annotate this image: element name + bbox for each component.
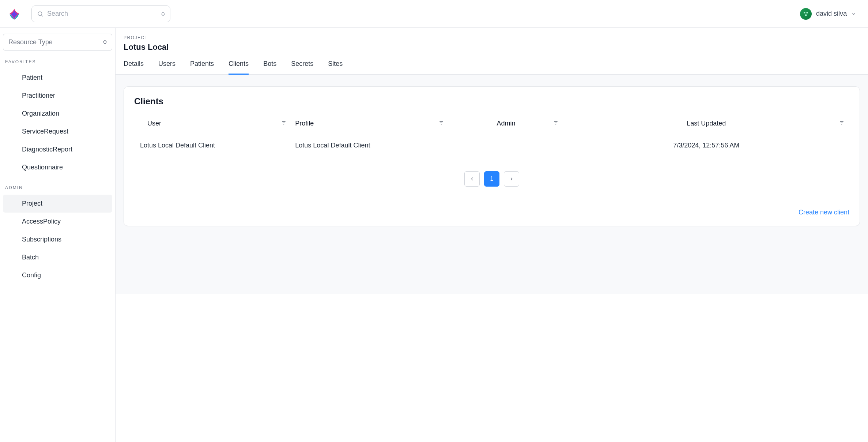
svg-rect-4 xyxy=(805,14,807,16)
filter-icon[interactable] xyxy=(553,120,558,126)
topbar: david silva xyxy=(0,0,868,28)
global-search[interactable] xyxy=(31,5,170,22)
section-label-favorites: FAVORITES xyxy=(3,57,112,69)
search-icon xyxy=(37,11,44,17)
clients-table: User Profile xyxy=(134,115,849,157)
card-title: Clients xyxy=(134,96,849,106)
cell-user: Lotus Local Default Client xyxy=(134,134,291,157)
column-header-lastupdated: Last Updated xyxy=(687,120,726,127)
section-label-admin: ADMIN xyxy=(3,183,112,195)
column-header-admin: Admin xyxy=(497,120,516,127)
sidebar-item-servicerequest[interactable]: ServiceRequest xyxy=(3,123,112,141)
search-input[interactable] xyxy=(47,10,161,18)
updown-icon xyxy=(103,40,107,44)
sidebar-item-accesspolicy[interactable]: AccessPolicy xyxy=(3,213,112,231)
sidebar-item-subscriptions[interactable]: Subscriptions xyxy=(3,231,112,248)
user-name: david silva xyxy=(816,10,847,18)
page-number-button[interactable]: 1 xyxy=(484,171,499,187)
updown-icon xyxy=(161,12,165,16)
tab-secrets[interactable]: Secrets xyxy=(291,60,313,75)
page-next-button[interactable] xyxy=(504,171,519,187)
resource-type-select[interactable]: Resource Type xyxy=(3,34,112,50)
avatar xyxy=(800,8,812,20)
svg-rect-3 xyxy=(806,12,808,14)
svg-point-0 xyxy=(38,12,42,16)
sidebar-item-practitioner[interactable]: Practitioner xyxy=(3,87,112,105)
tab-users[interactable]: Users xyxy=(158,60,176,75)
svg-rect-2 xyxy=(804,12,805,14)
filter-icon[interactable] xyxy=(281,120,286,126)
chevron-left-icon xyxy=(469,176,475,181)
cell-admin xyxy=(449,134,563,157)
column-header-user: User xyxy=(147,120,161,127)
tab-clients[interactable]: Clients xyxy=(229,60,249,75)
chevron-down-icon xyxy=(851,11,856,16)
sidebar: Resource Type FAVORITES Patient Practiti… xyxy=(0,28,116,442)
cell-profile: Lotus Local Default Client xyxy=(291,134,449,157)
sidebar-item-config[interactable]: Config xyxy=(3,266,112,284)
page-eyebrow: PROJECT xyxy=(124,35,860,40)
sidebar-item-patient[interactable]: Patient xyxy=(3,69,112,87)
sidebar-item-organization[interactable]: Organization xyxy=(3,105,112,123)
resource-type-placeholder: Resource Type xyxy=(8,38,53,46)
page-title: Lotus Local xyxy=(124,42,860,52)
create-new-client-link[interactable]: Create new client xyxy=(799,209,849,216)
filter-icon[interactable] xyxy=(839,120,844,126)
column-header-profile: Profile xyxy=(295,120,314,127)
sidebar-item-questionnaire[interactable]: Questionnaire xyxy=(3,158,112,176)
filter-icon[interactable] xyxy=(439,120,444,126)
cell-lastupdated: 7/3/2024, 12:57:56 AM xyxy=(563,134,849,157)
tab-sites[interactable]: Sites xyxy=(328,60,343,75)
user-menu[interactable]: david silva xyxy=(800,8,861,20)
chevron-right-icon xyxy=(509,176,514,181)
sidebar-item-batch[interactable]: Batch xyxy=(3,248,112,266)
tab-details[interactable]: Details xyxy=(124,60,144,75)
tabs: Details Users Patients Clients Bots Secr… xyxy=(116,52,868,75)
sidebar-item-project[interactable]: Project xyxy=(3,195,112,213)
table-row[interactable]: Lotus Local Default Client Lotus Local D… xyxy=(134,134,849,157)
tab-patients[interactable]: Patients xyxy=(190,60,214,75)
sidebar-item-diagnosticreport[interactable]: DiagnosticReport xyxy=(3,141,112,158)
pagination: 1 xyxy=(134,171,849,187)
tab-bots[interactable]: Bots xyxy=(263,60,276,75)
main: PROJECT Lotus Local Details Users Patien… xyxy=(116,28,868,442)
svg-line-1 xyxy=(41,15,42,16)
app-logo[interactable] xyxy=(7,7,21,21)
page-prev-button[interactable] xyxy=(464,171,480,187)
clients-card: Clients User Profile xyxy=(124,86,860,226)
